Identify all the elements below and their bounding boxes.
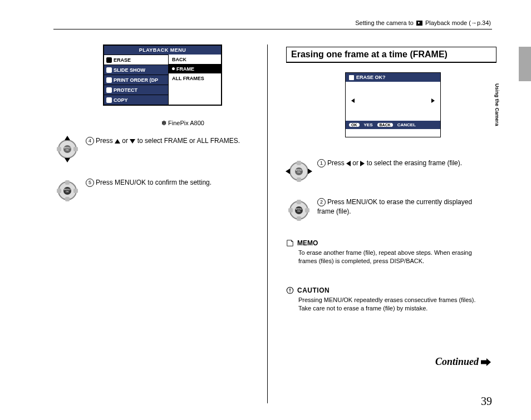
ok-pill: OK: [349, 123, 360, 127]
copy-icon: [106, 97, 112, 103]
header-rule: [53, 29, 492, 29]
arrow-right-icon: [481, 358, 491, 366]
menu-caption: ✽ FinePix A800: [161, 120, 204, 127]
print-icon: [106, 77, 112, 83]
header-mode: Playback mode: [425, 19, 467, 26]
left-arrow-icon: [346, 161, 351, 166]
section-heading: Erasing one frame at a time (FRAME): [286, 47, 496, 63]
step-number: 5: [86, 179, 94, 187]
submenu-frame: FRAME: [169, 64, 221, 73]
caution-block: CAUTION Pressing MENU/OK repeatedly eras…: [286, 286, 486, 313]
erase-confirm-screen: ERASE OK? OKYES BACKCANCEL: [345, 72, 441, 137]
menu-item-copy: COPY: [104, 95, 168, 105]
trash-icon: [106, 57, 112, 63]
menu-title: PLAYBACK MENU: [104, 46, 221, 55]
step-number: 1: [317, 159, 326, 167]
trash-icon: [349, 75, 354, 80]
submenu-allframes: ALL FRAMES: [169, 73, 221, 83]
step-number: 4: [86, 137, 94, 145]
menu-item-printorder: PRINT ORDER (DP: [104, 75, 168, 85]
dpad-ok-icon: MENUOK: [286, 197, 312, 223]
caution-icon: [286, 286, 294, 294]
step-1: MENUOK 1Press or to select the erasing f…: [286, 159, 462, 184]
thumb-tab: [519, 47, 531, 81]
menu-item-protect: PROTECT: [104, 85, 168, 95]
dpad-ok-icon: MENUOK: [55, 178, 80, 204]
dpad-leftright-icon: MENUOK: [286, 159, 312, 184]
bullet-icon: [172, 67, 175, 70]
menu-item-erase: ERASE: [104, 55, 168, 65]
side-section-label: Using the Camera: [494, 83, 500, 126]
playback-icon: [416, 21, 422, 26]
memo-block: MEMO To erase another frame (file), repe…: [286, 239, 486, 265]
slideshow-icon: [106, 67, 112, 73]
down-arrow-icon: [130, 139, 135, 144]
page-header: Setting the camera to Playback mode (→p.…: [355, 19, 491, 26]
header-ref: (→p.34): [469, 19, 491, 26]
memo-icon: [286, 239, 294, 247]
right-arrow-icon: [431, 98, 435, 103]
left-arrow-icon: [351, 98, 355, 103]
submenu-back: BACK: [169, 55, 221, 64]
continued-label: Continued: [435, 356, 491, 368]
lock-icon: [106, 87, 112, 93]
header-prefix: Setting the camera to: [355, 19, 415, 26]
step-2: MENUOK 2Press MENU/OK to erase the curre…: [286, 197, 473, 223]
menu-item-slideshow: SLIDE SHOW: [104, 65, 168, 75]
svg-rect-2: [289, 291, 290, 292]
page-number: 39: [481, 395, 492, 408]
up-arrow-icon: [115, 139, 120, 144]
step-4: MENUOK 4Press or to select FRAME or ALL …: [55, 136, 240, 162]
back-pill: BACK: [377, 123, 393, 127]
dpad-updown-icon: MENUOK: [55, 136, 80, 162]
svg-rect-1: [289, 289, 290, 291]
step-number: 2: [317, 198, 326, 206]
column-separator: [267, 45, 268, 403]
step-5: MENUOK 5Press MENU/OK to confirm the set…: [55, 178, 212, 204]
playback-menu-illustration: PLAYBACK MENU ERASE SLIDE SHOW PRINT ORD…: [103, 45, 222, 106]
